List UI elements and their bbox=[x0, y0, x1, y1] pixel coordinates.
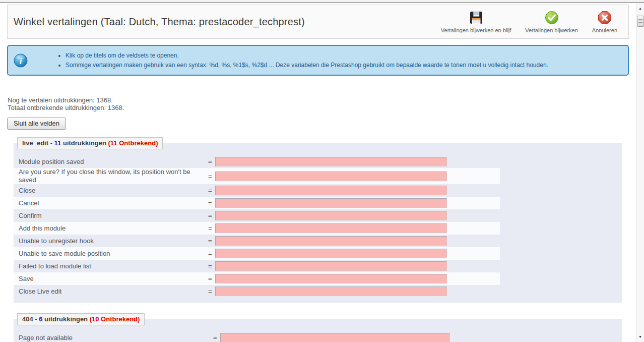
legend-separator: - bbox=[48, 139, 54, 147]
equals-sign: = bbox=[208, 250, 215, 257]
translation-input[interactable] bbox=[215, 249, 447, 258]
translation-input[interactable] bbox=[215, 211, 447, 220]
floppy-disk-icon bbox=[469, 10, 484, 25]
translation-source-label: Cancel bbox=[19, 199, 208, 207]
translation-row: Save = bbox=[14, 272, 500, 285]
translation-source-label: Failed to load module list bbox=[19, 262, 208, 270]
legend-name: live_edit bbox=[22, 139, 48, 147]
equals-sign: = bbox=[208, 199, 215, 207]
translation-input[interactable] bbox=[215, 223, 447, 233]
translation-row-list: Page not available = bbox=[14, 331, 622, 342]
legend-unit: uitdrukkingen bbox=[43, 315, 90, 323]
translation-row: Module position saved = bbox=[14, 155, 500, 168]
translation-input[interactable] bbox=[215, 236, 447, 246]
translation-source-label: Close Live edit bbox=[19, 288, 208, 296]
translation-source-label: Close bbox=[19, 187, 208, 195]
header-panel: Winkel vertalingen (Taal: Dutch, Thema: … bbox=[7, 5, 629, 39]
equals-sign: = bbox=[208, 275, 215, 282]
translation-row: Cancel = bbox=[14, 197, 500, 209]
translation-source-label: Are you sure? If you close this window, … bbox=[19, 168, 208, 184]
cancel-button[interactable]: Annuleren bbox=[592, 10, 617, 33]
window-top-edge bbox=[0, 0, 644, 3]
page-title: Winkel vertalingen (Taal: Dutch, Thema: … bbox=[14, 16, 305, 28]
translation-stats: Nog te vertalen uitdrukkingen: 1368. Tot… bbox=[8, 97, 636, 111]
equals-sign: = bbox=[208, 187, 215, 194]
equals-sign: = bbox=[208, 158, 215, 165]
save-button[interactable]: Vertalingen bijwerken bbox=[525, 10, 578, 33]
translation-source-label: Page not available bbox=[19, 334, 213, 342]
legend-name: 404 bbox=[22, 315, 33, 323]
fieldset-live-edit-legend[interactable]: live_edit - 11 uitdrukkingen (11 Ontbrek… bbox=[17, 137, 163, 149]
translation-source-label: Add this module bbox=[19, 224, 208, 233]
fieldset-404-legend[interactable]: 404 - 6 uitdrukkingen (10 Ontbrekend) bbox=[17, 313, 145, 325]
translation-row: Failed to load module list = bbox=[14, 260, 500, 272]
info-icon: i bbox=[13, 53, 28, 68]
translation-source-label: Save bbox=[19, 275, 208, 283]
legend-missing-count: (10 Ontbrekend) bbox=[90, 315, 140, 323]
equals-sign: = bbox=[208, 237, 215, 245]
cancel-octagon-icon bbox=[597, 10, 612, 25]
info-box: i Klik op de titels om de veldsets te op… bbox=[7, 45, 629, 76]
equals-sign: = bbox=[208, 212, 215, 219]
svg-text:i: i bbox=[20, 56, 22, 66]
translation-row: Unable to save module position = bbox=[14, 247, 500, 260]
translation-input[interactable] bbox=[215, 261, 447, 271]
save-label: Vertalingen bijwerken bbox=[525, 27, 578, 33]
info-bullet-list: Klik op de titels om de veldsets te open… bbox=[57, 51, 554, 70]
info-bullet: Sommige vertalingen maken gebruik van ee… bbox=[66, 61, 548, 70]
translation-input[interactable] bbox=[220, 333, 450, 342]
scroll-up-arrow[interactable]: ▲ bbox=[636, 5, 644, 12]
scrollbar-thumb[interactable] bbox=[637, 16, 644, 27]
vertical-scrollbar[interactable]: ▲ ▼ bbox=[636, 3, 644, 342]
translation-row: Confirm = bbox=[14, 209, 500, 222]
fieldset-404: 404 - 6 uitdrukkingen (10 Ontbrekend) Pa… bbox=[14, 319, 622, 342]
header-toolbar: Vertalingen bijwerken en blijf bbox=[427, 10, 617, 33]
translation-input[interactable] bbox=[215, 274, 447, 283]
translation-row: Close = bbox=[14, 184, 500, 197]
legend-count: 11 bbox=[54, 139, 61, 147]
legend-missing-count: (11 Ontbrekend) bbox=[108, 139, 158, 147]
cancel-label: Annuleren bbox=[592, 27, 617, 33]
translation-row: Add this module = bbox=[14, 222, 500, 235]
fieldset-live-edit: live_edit - 11 uitdrukkingen (11 Ontbrek… bbox=[14, 143, 622, 303]
translation-source-label: Unable to unregister hook bbox=[19, 237, 208, 245]
legend-count: 6 bbox=[39, 315, 42, 323]
equals-sign: = bbox=[208, 262, 215, 270]
page-content: Winkel vertalingen (Taal: Dutch, Thema: … bbox=[0, 5, 636, 342]
save-and-stay-button[interactable]: Vertalingen bijwerken en blijf bbox=[441, 10, 511, 33]
translation-row-list: Module position saved = Are you sure? If… bbox=[14, 155, 622, 298]
stats-remaining: Nog te vertalen uitdrukkingen: 1368. bbox=[8, 97, 636, 104]
equals-sign: = bbox=[208, 173, 215, 180]
translation-row: Page not available = bbox=[14, 331, 500, 342]
translation-row: Unable to unregister hook = bbox=[14, 235, 500, 247]
translation-input[interactable] bbox=[215, 198, 447, 208]
translation-row: Close Live edit = bbox=[14, 285, 500, 298]
save-and-stay-label: Vertalingen bijwerken en blijf bbox=[441, 27, 511, 33]
translation-source-label: Confirm bbox=[19, 212, 208, 220]
close-all-fields-button[interactable]: Sluit alle velden bbox=[7, 118, 66, 130]
equals-sign: = bbox=[208, 224, 215, 232]
translation-input[interactable] bbox=[215, 287, 447, 296]
equals-sign: = bbox=[208, 288, 215, 295]
info-bullet: Klik op de titels om de veldsets te open… bbox=[66, 51, 548, 61]
equals-sign: = bbox=[213, 334, 220, 341]
check-circle-icon bbox=[544, 10, 559, 25]
translation-input[interactable] bbox=[215, 186, 447, 195]
translation-row: Are you sure? If you close this window, … bbox=[14, 168, 500, 184]
legend-unit: uitdrukkingen bbox=[61, 139, 108, 147]
translation-input[interactable] bbox=[215, 172, 447, 181]
legend-separator: - bbox=[33, 315, 39, 323]
translation-source-label: Module position saved bbox=[19, 158, 208, 166]
translation-input[interactable] bbox=[215, 157, 447, 166]
stats-missing-total: Totaal ontbrekende uitdrukkingen: 1368. bbox=[8, 104, 636, 111]
translation-source-label: Unable to save module position bbox=[19, 250, 208, 258]
scroll-down-arrow[interactable]: ▼ bbox=[636, 333, 644, 340]
